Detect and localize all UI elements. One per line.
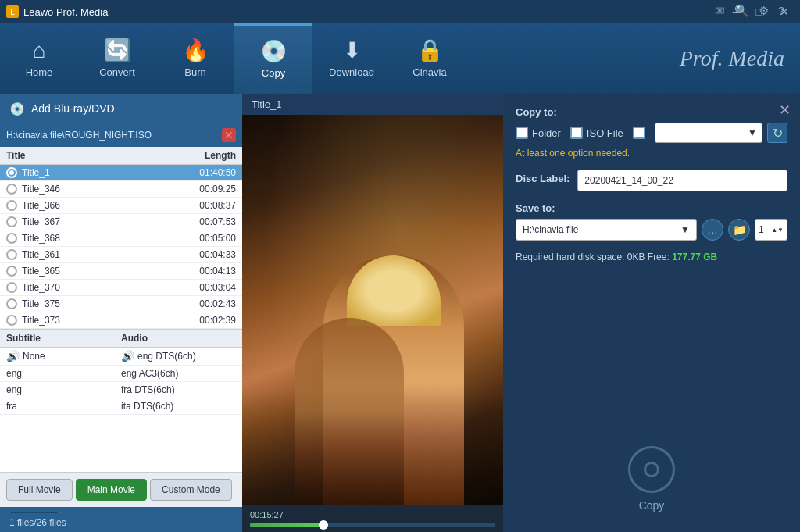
title-length: 00:07:53 (173, 216, 236, 227)
copy-disc-inner (644, 462, 659, 477)
status-bar: 1 files/26 files (0, 513, 242, 532)
col-title-header: Title (6, 150, 173, 161)
custom-dropdown-arrow: ▼ (748, 127, 757, 138)
disc-label-input[interactable] (577, 170, 788, 191)
radio-button (6, 315, 17, 326)
warning-text: At least one option needed. (516, 148, 788, 159)
audio-cell: fra DTS(6ch) (121, 384, 236, 395)
title-length: 00:09:25 (173, 184, 236, 195)
nav-home[interactable]: ⌂ Home (0, 23, 78, 94)
audio-speaker-icon: 🔊 (121, 350, 134, 362)
radio-button (6, 216, 17, 227)
copy-disc-button[interactable] (628, 446, 675, 493)
nav-convert-label: Convert (99, 66, 135, 78)
folder-label: Folder (532, 127, 561, 139)
folder-checkbox[interactable] (516, 127, 528, 139)
home-icon: ⌂ (33, 40, 46, 62)
audio-cell: 🔊 eng DTS(6ch) (121, 350, 236, 362)
copy-button-area: Copy (516, 273, 788, 520)
radio-button (6, 266, 17, 277)
disc-label-prefix: Disc Label: (516, 173, 570, 184)
title-length: 00:03:04 (173, 282, 236, 293)
title-name: Title_370 (22, 282, 173, 293)
copy-btn-label: Copy (639, 499, 665, 512)
table-row[interactable]: Title_366 00:08:37 (0, 198, 242, 214)
nav-copy[interactable]: 💿 Copy (234, 23, 312, 94)
radio-button (6, 184, 17, 195)
title-name: Title_366 (22, 200, 173, 211)
disk-space-free-label: Free: (648, 252, 670, 262)
seek-thumb[interactable] (319, 520, 328, 530)
table-row[interactable]: Title_373 00:02:39 (0, 312, 242, 329)
table-row[interactable]: Title_375 00:02:43 (0, 296, 242, 312)
save-to-label: Save to: (516, 202, 788, 214)
list-item: 🔊 None 🔊 eng DTS(6ch) (0, 348, 242, 366)
table-row[interactable]: Title_346 00:09:25 (0, 181, 242, 198)
copy-icon: 💿 (260, 41, 288, 62)
folder-open-button[interactable]: 📁 (728, 219, 750, 241)
title-length: 00:04:13 (173, 266, 236, 277)
right-panel-close-button[interactable]: ✕ (779, 102, 791, 119)
save-to-dropdown[interactable]: H:\cinavia file ▼ (516, 219, 697, 241)
settings-icon[interactable]: ⚙ (759, 4, 769, 18)
radio-button (6, 233, 17, 244)
copy-to-options: Folder ISO File ▼ ↻ (516, 123, 788, 143)
file-path-bar: H:\cinavia file\ROUGH_NIGHT.ISO ✕ (0, 123, 242, 147)
disk-space-value: 0KB (627, 252, 645, 262)
custom-dropdown[interactable]: ▼ (655, 123, 762, 143)
table-row[interactable]: Title_361 00:04:33 (0, 247, 242, 263)
list-item: eng eng AC3(6ch) (0, 366, 242, 382)
full-movie-button[interactable]: Full Movie (6, 479, 73, 501)
copy-to-section: Copy to: Folder ISO File (516, 106, 788, 159)
browse-button[interactable]: … (702, 219, 723, 241)
title-name: Title_375 (22, 298, 173, 309)
video-area (242, 115, 503, 505)
table-row[interactable]: Title_1 01:40:50 (0, 165, 242, 181)
title-length: 00:02:43 (173, 298, 236, 309)
subtitle-cell: eng (6, 368, 121, 379)
title-length: 00:08:37 (173, 200, 236, 211)
message-icon[interactable]: ✉ (715, 4, 725, 18)
file-path-close-button[interactable]: ✕ (222, 128, 236, 142)
search-icon[interactable]: 🔍 (734, 4, 749, 18)
col-audio-header: Audio (121, 333, 236, 344)
table-row[interactable]: Title_368 00:05:00 (0, 230, 242, 247)
table-row[interactable]: Title_365 00:04:13 (0, 263, 242, 280)
folder-checkbox-group: Folder (516, 127, 561, 139)
titles-table: Title Length Title_1 01:40:50 Title_346 … (0, 147, 242, 472)
help-icon[interactable]: ? (778, 4, 784, 18)
refresh-button[interactable]: ↻ (767, 123, 788, 143)
nav-burn[interactable]: 🔥 Burn (156, 23, 234, 94)
nav-convert[interactable]: 🔄 Convert (78, 23, 156, 94)
iso-checkbox[interactable] (570, 127, 583, 139)
left-wrapper: 💿 Add Blu-ray/DVD H:\cinavia file\ROUGH_… (0, 94, 242, 532)
title-name: Title_367 (22, 216, 173, 227)
custom-mode-button[interactable]: Custom Mode (150, 479, 232, 501)
radio-button (6, 298, 17, 309)
table-row[interactable]: Title_370 00:03:04 (0, 280, 242, 296)
download-icon: ⬇ (343, 40, 361, 62)
subtitle-value: fra (6, 401, 17, 412)
copy-count-arrows: ▲▼ (771, 227, 784, 234)
seek-bar[interactable] (250, 523, 495, 527)
list-item: fra ita DTS(6ch) (0, 398, 242, 415)
radio-button (6, 282, 17, 293)
copy-to-label: Copy to: (516, 106, 788, 118)
titles-header: Title Length (0, 147, 242, 165)
custom-checkbox[interactable] (633, 127, 645, 139)
subtitle-value: eng (6, 368, 22, 379)
title-name: Title_368 (22, 233, 173, 244)
radio-button (6, 249, 17, 260)
main-movie-button[interactable]: Main Movie (76, 479, 147, 501)
save-dropdown-arrow: ▼ (680, 224, 690, 235)
save-to-path: H:\cinavia file (523, 224, 578, 235)
content-area: 💿 Add Blu-ray/DVD H:\cinavia file\ROUGH_… (0, 94, 800, 532)
disc-label-row: Disc Label: (516, 170, 788, 191)
nav-download[interactable]: ⬇ Download (312, 23, 391, 94)
file-count-label: 1 files/26 files (9, 517, 66, 528)
nav-cinavia[interactable]: 🔒 Cinavia (391, 23, 469, 94)
disk-space-label: Required hard disk space: (516, 252, 624, 262)
nav-burn-label: Burn (184, 66, 205, 78)
table-row[interactable]: Title_367 00:07:53 (0, 214, 242, 230)
copy-count-input[interactable]: 1 ▲▼ (755, 219, 788, 241)
